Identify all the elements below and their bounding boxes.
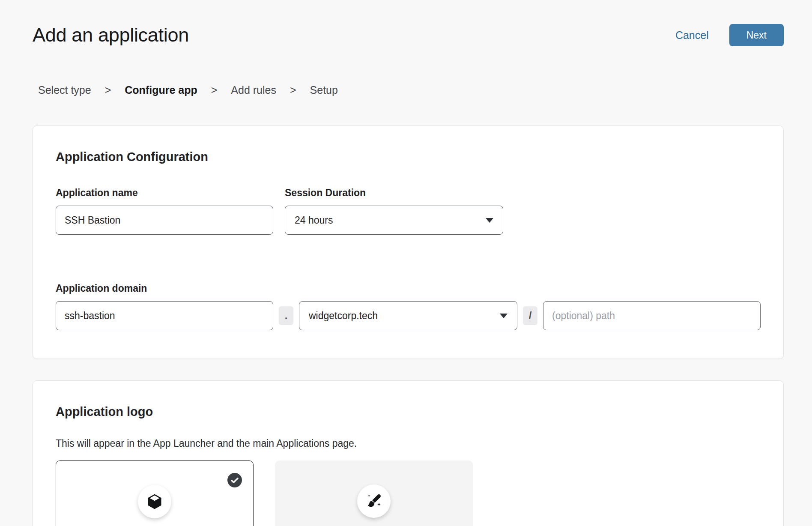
step-setup[interactable]: Setup bbox=[310, 84, 338, 96]
logo-option-default[interactable] bbox=[56, 460, 254, 526]
breadcrumb: Select type > Configure app > Add rules … bbox=[38, 84, 812, 96]
page-title: Add an application bbox=[33, 24, 189, 46]
next-button[interactable]: Next bbox=[729, 24, 784, 46]
application-logo-heading: Application logo bbox=[56, 405, 761, 419]
selected-check-icon bbox=[227, 473, 242, 487]
cancel-button[interactable]: Cancel bbox=[675, 29, 709, 42]
subdomain-input[interactable] bbox=[56, 301, 273, 330]
page: Add an application Cancel Next Select ty… bbox=[0, 0, 812, 526]
dot-separator: . bbox=[279, 306, 293, 325]
chevron-down-icon bbox=[500, 314, 508, 318]
application-domain-field: Application domain . widgetcorp.tech / bbox=[56, 283, 761, 330]
logo-description: This will appear in the App Launcher and… bbox=[56, 438, 761, 449]
step-separator: > bbox=[105, 84, 111, 96]
session-duration-field: Session Duration 24 hours bbox=[285, 187, 503, 235]
header: Add an application Cancel Next bbox=[0, 0, 812, 46]
session-duration-select[interactable]: 24 hours bbox=[285, 206, 503, 235]
step-separator: > bbox=[290, 84, 296, 96]
domain-select[interactable]: widgetcorp.tech bbox=[299, 301, 517, 330]
logo-options bbox=[56, 460, 761, 526]
step-select-type[interactable]: Select type bbox=[38, 84, 91, 96]
slash-separator: / bbox=[523, 306, 537, 325]
logo-option-custom[interactable] bbox=[275, 460, 473, 526]
header-actions: Cancel Next bbox=[675, 24, 784, 46]
step-add-rules[interactable]: Add rules bbox=[231, 84, 276, 96]
paintbrush-icon bbox=[357, 484, 391, 518]
application-domain-row: . widgetcorp.tech / bbox=[56, 301, 761, 330]
step-configure-app[interactable]: Configure app bbox=[125, 84, 197, 96]
application-configuration-heading: Application Configuration bbox=[56, 150, 761, 164]
cube-icon bbox=[138, 485, 171, 518]
chevron-down-icon bbox=[486, 218, 493, 223]
application-name-label: Application name bbox=[56, 187, 273, 199]
application-name-field: Application name bbox=[56, 187, 273, 235]
path-input[interactable] bbox=[543, 301, 761, 330]
application-logo-card: Application logo This will appear in the… bbox=[33, 380, 784, 526]
session-duration-label: Session Duration bbox=[285, 187, 503, 199]
session-duration-value: 24 hours bbox=[295, 215, 333, 226]
application-name-input[interactable] bbox=[56, 206, 273, 235]
domain-select-value: widgetcorp.tech bbox=[309, 310, 378, 322]
name-session-row: Application name Session Duration 24 hou… bbox=[56, 187, 761, 235]
step-separator: > bbox=[211, 84, 218, 96]
application-configuration-card: Application Configuration Application na… bbox=[33, 126, 784, 359]
application-domain-label: Application domain bbox=[56, 283, 761, 294]
